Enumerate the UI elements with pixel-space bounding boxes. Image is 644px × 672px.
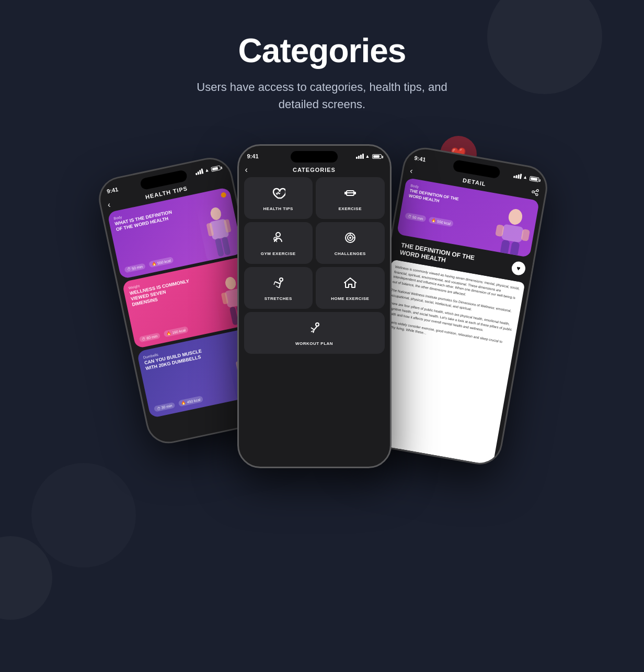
svg-line-38 — [314, 326, 317, 330]
share-button[interactable] — [531, 188, 539, 198]
svg-point-30 — [280, 278, 283, 281]
challenges-icon — [343, 230, 358, 248]
svg-line-39 — [311, 328, 314, 330]
svg-point-27 — [349, 237, 351, 239]
nav-categories: ‹ CATEGORIES — [239, 165, 390, 175]
svg-point-37 — [316, 323, 319, 326]
cat-label-health-tips: HEALTH TIPS — [263, 206, 293, 211]
cat-gym[interactable]: GYM EXERCISE — [244, 222, 313, 264]
svg-line-40 — [313, 330, 314, 333]
svg-point-22 — [276, 233, 280, 237]
signal-icon-right — [513, 172, 522, 179]
cat-stretches[interactable]: STRETCHES — [244, 267, 313, 309]
svg-line-32 — [275, 282, 280, 284]
svg-point-47 — [507, 208, 523, 226]
home-icon — [343, 275, 358, 293]
cat-label-challenges: CHALLENGES — [335, 251, 366, 256]
phone-categories: 9:41 ▲ ‹ CATEGORIES — [237, 144, 392, 468]
svg-point-0 — [209, 206, 222, 221]
status-icons-right: ▲ — [513, 172, 539, 182]
back-button-right[interactable]: ‹ — [409, 166, 413, 176]
gym-icon — [271, 230, 285, 248]
wifi-icon: ▲ — [204, 167, 210, 173]
status-time-center: 9:41 — [247, 153, 259, 159]
status-icons-left: ▲ — [194, 165, 221, 175]
cat-label-workout: WORKOUT PLAN — [295, 341, 333, 346]
signal-icon-center — [356, 154, 364, 159]
cat-exercise[interactable]: EXERCISE — [316, 177, 385, 219]
battery-icon-right — [529, 176, 539, 182]
svg-line-46 — [534, 192, 536, 194]
wifi-icon-right: ▲ — [522, 174, 528, 180]
phone-notch-center — [291, 151, 338, 163]
svg-point-42 — [536, 189, 539, 192]
svg-line-45 — [534, 190, 536, 192]
svg-point-6 — [224, 276, 237, 291]
phones-showcase: 9:41 ▲ ‹ HEALTH TIPS — [0, 134, 644, 479]
status-time-right: 9:41 — [413, 155, 426, 163]
nav-title-center: CATEGORIES — [293, 167, 336, 173]
exercise-icon — [343, 186, 358, 203]
categories-grid: HEALTH TIPS EXERCISE — [239, 175, 390, 356]
cat-health-tips[interactable]: HEALTH TIPS — [244, 177, 313, 219]
svg-line-41 — [311, 331, 313, 332]
status-icons-center: ▲ — [356, 154, 382, 159]
status-time-left: 9:41 — [106, 186, 119, 194]
svg-marker-36 — [344, 278, 356, 287]
cat-workout[interactable]: WORKOUT PLAN — [244, 312, 385, 354]
bg-decoration-3 — [31, 463, 136, 567]
wifi-icon-center: ▲ — [365, 154, 370, 159]
cat-label-home: HOME EXERCISE — [331, 296, 369, 301]
cat-label-gym: GYM EXERCISE — [261, 251, 296, 256]
svg-rect-51 — [500, 239, 510, 255]
svg-rect-52 — [509, 241, 520, 257]
cat-label-stretches: STRETCHES — [264, 296, 292, 301]
cat-label-exercise: EXERCISE — [339, 206, 362, 211]
svg-line-33 — [279, 284, 280, 288]
svg-line-34 — [276, 286, 279, 288]
back-button-left[interactable]: ‹ — [107, 200, 111, 210]
workout-icon — [307, 320, 321, 338]
svg-point-43 — [532, 190, 534, 193]
cat-challenges[interactable]: CHALLENGES — [316, 222, 385, 264]
cat-home[interactable]: HOME EXERCISE — [316, 267, 385, 309]
back-button-center[interactable]: ‹ — [245, 165, 248, 175]
health-tips-icon — [271, 186, 285, 203]
battery-icon-center — [372, 154, 382, 159]
stretches-icon — [271, 275, 285, 293]
detail-person-image — [488, 204, 537, 258]
signal-icon — [194, 168, 203, 175]
battery-icon — [211, 165, 221, 172]
svg-rect-48 — [501, 224, 524, 242]
svg-line-35 — [274, 282, 275, 285]
nav-title-right: DETAIL — [462, 177, 486, 188]
